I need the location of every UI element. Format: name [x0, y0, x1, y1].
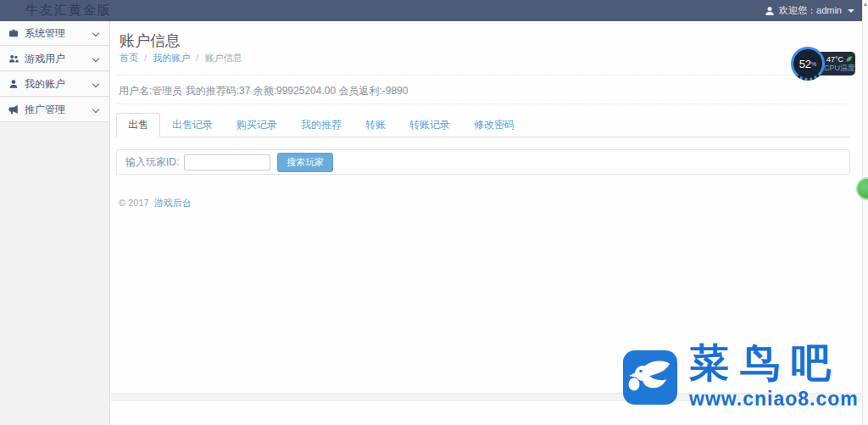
watermark-url: www.cniao8.com — [689, 388, 859, 411]
search-player-button[interactable]: 搜索玩家 — [277, 153, 333, 172]
tab-transfer-records[interactable]: 转账记录 — [398, 113, 462, 137]
account-tabs: 出售 出售记录 购买记录 我的推荐 转账 转账记录 修改密码 — [116, 113, 850, 137]
breadcrumb: 首页 / 我的账户 / 账户信息 — [120, 52, 242, 64]
users-icon — [8, 53, 19, 64]
cpu-usage-unit: % — [811, 61, 816, 67]
tab-sell-records[interactable]: 出售记录 — [160, 113, 225, 137]
sidebar-item-game-users[interactable]: 游戏用户 — [0, 47, 109, 71]
tab-transfer[interactable]: 转账 — [353, 113, 398, 137]
user-menu[interactable]: 欢迎您：admin — [765, 0, 854, 21]
divider — [116, 103, 850, 104]
chevron-down-icon — [92, 81, 99, 87]
copyright-text: © 2017 — [119, 198, 149, 208]
page-title: 账户信息 — [120, 31, 181, 51]
breadcrumb-separator: / — [144, 53, 147, 63]
breadcrumb-separator: / — [196, 53, 198, 63]
floating-service-badge[interactable] — [856, 177, 868, 200]
person-icon — [765, 6, 775, 16]
sidebar-item-label: 我的账户 — [25, 77, 65, 92]
bird-logo-icon — [623, 350, 677, 405]
cpu-usage-value: 52 — [799, 58, 811, 70]
chevron-down-icon — [92, 30, 99, 36]
watermark-title: 菜鸟吧 — [689, 337, 842, 390]
breadcrumb-my-account[interactable]: 我的账户 — [153, 53, 190, 63]
footer: © 2017 游戏后台 — [119, 197, 192, 210]
admin-page: 牛友汇黄金版 欢迎您：admin 系统管理 游戏用户 — [0, 0, 868, 425]
sidebar-item-my-account[interactable]: 我的账户 — [0, 72, 109, 97]
leaf-icon — [845, 55, 853, 63]
user-icon — [8, 79, 19, 89]
top-navbar: 牛友汇黄金版 欢迎您：admin — [0, 0, 868, 21]
chevron-down-icon — [92, 106, 99, 113]
sidebar-item-system[interactable]: 系统管理 — [0, 21, 109, 46]
welcome-text: 欢迎您：admin — [779, 4, 842, 17]
backend-link[interactable]: 游戏后台 — [154, 198, 192, 208]
scroll-up-arrow-icon[interactable] — [864, 3, 867, 6]
watermark: 菜鸟吧 www.cniao8.com — [623, 344, 865, 420]
sidebar-item-label: 游戏用户 — [25, 52, 65, 66]
tab-my-referrals[interactable]: 我的推荐 — [289, 113, 353, 137]
sidebar-item-promotion[interactable]: 推广管理 — [0, 98, 109, 122]
cpu-usage-gauge: 52 % — [791, 47, 825, 81]
player-id-input[interactable] — [184, 154, 270, 171]
tab-sell[interactable]: 出售 — [116, 113, 160, 137]
bullhorn-icon — [8, 104, 19, 115]
account-summary: 用户名:管理员 我的推荐码:37 余额:99925204.00 会员返利:-98… — [119, 84, 408, 98]
cpu-temp-value: 47°C — [826, 55, 843, 64]
caret-down-icon — [848, 9, 854, 13]
tab-change-password[interactable]: 修改密码 — [462, 113, 526, 137]
divider — [116, 75, 850, 75]
chevron-down-icon — [92, 55, 99, 62]
player-search-panel: 输入玩家ID: 搜索玩家 — [116, 149, 850, 175]
sidebar-item-label: 推广管理 — [25, 103, 65, 117]
sidebar-item-label: 系统管理 — [25, 26, 65, 41]
sidebar: 系统管理 游戏用户 我的账户 推广管理 — [0, 21, 110, 425]
brand-title: 牛友汇黄金版 — [25, 3, 112, 19]
player-id-label: 输入玩家ID: — [125, 155, 179, 170]
tab-buy-records[interactable]: 购买记录 — [225, 113, 289, 137]
breadcrumb-current: 账户信息 — [204, 53, 242, 63]
cpu-temp-label: CPU温度 — [824, 64, 855, 73]
briefcase-icon — [8, 28, 19, 38]
breadcrumb-home[interactable]: 首页 — [120, 53, 138, 63]
vertical-scrollbar[interactable] — [862, 0, 868, 425]
